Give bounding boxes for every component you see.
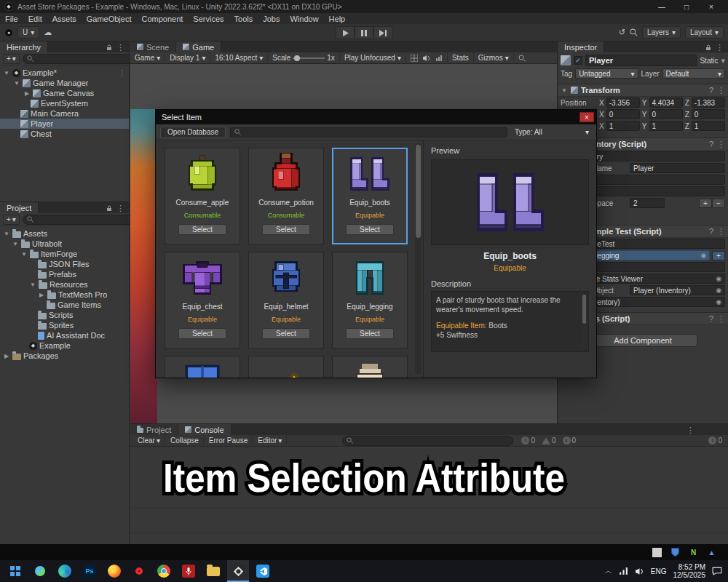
- foldout-open-icon[interactable]: ▼: [12, 241, 19, 247]
- component-menu-icon[interactable]: ⋮: [717, 140, 725, 149]
- menu-jobs[interactable]: Jobs: [258, 15, 285, 23]
- transform-header[interactable]: ▼ Transform ? ⋮: [558, 84, 728, 97]
- item-select-button[interactable]: +: [712, 251, 725, 260]
- vscode-icon[interactable]: [252, 560, 274, 582]
- file-explorer-icon[interactable]: [202, 560, 224, 582]
- start-button[interactable]: [4, 560, 26, 582]
- scale-slider-track[interactable]: [293, 57, 325, 59]
- console-search-input[interactable]: [355, 436, 509, 445]
- project-row[interactable]: ▶ Packages: [0, 351, 129, 361]
- project-search-input[interactable]: [36, 215, 132, 223]
- display-dropdown[interactable]: Display 1 ▾: [165, 52, 210, 64]
- position-z-field[interactable]: -1.383: [692, 97, 725, 108]
- project-row[interactable]: Game Items: [0, 300, 129, 310]
- foldout-closed-icon[interactable]: ▶: [38, 292, 45, 298]
- network-icon[interactable]: [619, 567, 628, 575]
- tab-scene[interactable]: Scene: [130, 41, 176, 52]
- project-row[interactable]: ▼ ItemForge: [0, 249, 129, 259]
- inventory-name-field[interactable]: Player: [630, 163, 725, 173]
- lock-icon[interactable]: [106, 205, 112, 212]
- maximize-button[interactable]: □: [674, 0, 699, 13]
- project-row[interactable]: AI Assistant Doc: [0, 330, 129, 340]
- scale-x-field[interactable]: 1: [606, 121, 640, 131]
- foldout-open-icon[interactable]: ▼: [3, 70, 10, 76]
- help-icon[interactable]: ?: [709, 227, 713, 236]
- hierarchy-row[interactable]: Main Camera: [0, 108, 129, 119]
- select-button[interactable]: Select: [178, 328, 226, 339]
- item-card-partial[interactable]: [248, 356, 324, 378]
- hierarchy-search-input[interactable]: [36, 55, 132, 63]
- object-picker-icon[interactable]: ◉: [716, 298, 721, 306]
- item-card-boots[interactable]: Equip_boots Equipable Select: [332, 148, 408, 244]
- search-icon[interactable]: [630, 28, 638, 36]
- dialog-titlebar[interactable]: Select Item ×: [156, 110, 596, 124]
- hierarchy-row[interactable]: Chest: [0, 129, 129, 139]
- opera-icon[interactable]: [128, 560, 150, 582]
- foldout-open-icon[interactable]: ▼: [3, 231, 10, 237]
- layer-dropdown[interactable]: Default ▾: [662, 68, 725, 79]
- project-row[interactable]: ◆ Example: [0, 340, 129, 351]
- layout-dropdown[interactable]: Layout ▾: [685, 26, 724, 39]
- dialog-close-button[interactable]: ×: [579, 112, 594, 122]
- console-search[interactable]: [342, 436, 513, 446]
- play-button[interactable]: [336, 26, 355, 39]
- clear-button[interactable]: Clear ▾: [133, 435, 165, 447]
- item-card-partial[interactable]: [332, 356, 408, 378]
- notification-icon[interactable]: [712, 567, 722, 575]
- minimize-button[interactable]: —: [649, 0, 674, 13]
- tab-hierarchy[interactable]: Hierarchy: [0, 41, 48, 52]
- aspect-dropdown[interactable]: 16:10 Aspect ▾: [210, 52, 268, 64]
- warning-count-toggle[interactable]: 0: [539, 436, 559, 445]
- menu-gameobject[interactable]: GameObject: [82, 15, 137, 23]
- widgets-icon[interactable]: [29, 560, 51, 582]
- select-button[interactable]: Select: [262, 328, 310, 339]
- voice-typing-icon[interactable]: [178, 560, 199, 582]
- project-row[interactable]: ▶ TextMesh Pro: [0, 290, 129, 300]
- notepad-icon[interactable]: N: [689, 548, 698, 557]
- foldout-open-icon[interactable]: ▼: [29, 282, 36, 288]
- list-add-button[interactable]: +: [699, 199, 712, 208]
- create-asset-button[interactable]: + ▾: [3, 215, 20, 225]
- panel-menu-icon[interactable]: ⋮: [116, 43, 124, 52]
- open-database-button[interactable]: Open Database: [160, 127, 226, 138]
- object-picker-icon[interactable]: ◉: [700, 252, 706, 259]
- scale-slider-knob[interactable]: [294, 55, 300, 61]
- position-y-field[interactable]: 4.4034: [649, 97, 683, 108]
- close-button[interactable]: ×: [699, 0, 724, 13]
- grid-scrollbar-thumb[interactable]: [416, 145, 421, 238]
- error-count-toggle[interactable]: ! 0: [518, 436, 538, 445]
- tab-project-bottom[interactable]: Project: [130, 424, 178, 435]
- play-focus-dropdown[interactable]: Play Unfocused ▾: [340, 52, 406, 64]
- menu-window[interactable]: Window: [285, 15, 323, 23]
- menu-services[interactable]: Services: [188, 15, 229, 23]
- item-card-partial[interactable]: [165, 356, 240, 378]
- select-button[interactable]: Select: [262, 224, 310, 235]
- firefox-icon[interactable]: [103, 560, 125, 582]
- upload-icon[interactable]: ▲: [707, 548, 716, 557]
- hierarchy-row[interactable]: EventSystem: [0, 98, 129, 108]
- cloud-icon[interactable]: ☁: [44, 28, 52, 37]
- menu-edit[interactable]: Edit: [23, 15, 47, 23]
- active-checkbox[interactable]: ✓: [574, 56, 582, 65]
- vsync-icon[interactable]: [411, 55, 418, 62]
- rotation-y-field[interactable]: 0: [649, 109, 683, 119]
- account-dropdown[interactable]: U ▾: [17, 26, 39, 39]
- object-picker-icon[interactable]: ◉: [716, 287, 721, 294]
- panel-menu-icon[interactable]: ⋮: [116, 204, 124, 213]
- hierarchy-search[interactable]: [23, 54, 136, 64]
- lock-icon[interactable]: [705, 44, 711, 51]
- help-icon[interactable]: ?: [709, 314, 713, 324]
- menu-file[interactable]: File: [0, 15, 23, 23]
- editor-dropdown[interactable]: Editor ▾: [253, 435, 287, 447]
- clock[interactable]: 8:52 PM 12/5/2025: [673, 563, 706, 580]
- tab-inspector[interactable]: Inspector: [558, 41, 604, 52]
- scale-slider[interactable]: Scale 1x: [268, 52, 340, 64]
- game-mode-dropdown[interactable]: Game ▾: [130, 52, 165, 64]
- tray-chevron-icon[interactable]: ︿: [605, 566, 612, 576]
- position-x-field[interactable]: -3.356: [606, 97, 640, 108]
- grid-scrollbar[interactable]: [415, 143, 422, 375]
- description-scrollbar[interactable]: [582, 293, 587, 350]
- message-count-badge[interactable]: ! 0: [705, 436, 725, 445]
- hierarchy-row-selected[interactable]: Player: [0, 119, 129, 129]
- select-button[interactable]: Select: [346, 224, 394, 235]
